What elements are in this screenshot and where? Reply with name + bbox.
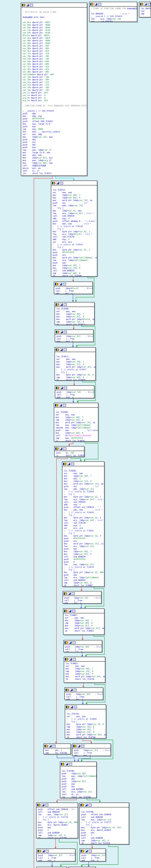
disassembly-listing[interactable]: push [ebp+var_74] ; Blockcall j__freeadd… bbox=[55, 390, 94, 398]
basic-block-loc_7C4513[interactable]: ✎≈ loc_7C4513:xor eax, eaxmov [ebp+var_6… bbox=[51, 181, 97, 277]
edit-icon[interactable]: ✎ bbox=[60, 331, 63, 333]
edit-icon[interactable]: ✎ bbox=[65, 763, 68, 766]
disassembly-listing[interactable]: push [ebp+var_5C] ; Blockcall j__freeadd… bbox=[63, 596, 101, 603]
disassembly-listing[interactable]: loc_7C479A:push offset unk_C09A50call su… bbox=[80, 807, 129, 844]
flow-icon[interactable]: ≈ bbox=[64, 386, 67, 389]
palette-icon[interactable] bbox=[64, 610, 67, 612]
disassembly-listing[interactable]: loc_7C45ED:xor eax, eaxmov [ebp+var_60],… bbox=[54, 408, 98, 442]
disassembly-listing[interactable]: loc_7C4513:xor eax, eaxmov [ebp+var_60],… bbox=[51, 185, 97, 277]
disassembly-listing[interactable]: push [ebp+var_A4] ; Blockcall j__freeadd… bbox=[64, 645, 102, 652]
node-title-bar[interactable]: ✎≈ bbox=[44, 744, 70, 748]
flow-icon[interactable]: ≈ bbox=[64, 303, 67, 306]
basic-block-loc_7C479A[interactable]: ✎≈ loc_7C479A:push offset unk_C09A50call… bbox=[80, 803, 129, 844]
edit-icon[interactable]: ✎ bbox=[68, 641, 71, 644]
palette-icon[interactable] bbox=[66, 706, 69, 708]
edit-icon[interactable]: ✎ bbox=[85, 850, 88, 852]
palette-icon[interactable] bbox=[37, 850, 41, 852]
flow-icon[interactable]: ≈ bbox=[45, 804, 48, 806]
palette-icon[interactable] bbox=[140, 3, 143, 5]
disassembly-listing[interactable]: mov edi, 2jmp loc_7C4748 bbox=[44, 748, 70, 754]
disassembly-listing[interactable]: test al, 10hjz short loc_7C4626 bbox=[55, 451, 84, 457]
disassembly-listing[interactable]: loc_7C4748:push [ebp+var_D8]lea eax, [eb… bbox=[60, 767, 96, 798]
disassembly-listing[interactable]: ; START OF FUNCTION CHUNK FOR dummy確認 lo… bbox=[90, 7, 137, 22]
disassembly-listing[interactable]: push [ebp+var_2C] ; Blockcall j__freeadd… bbox=[37, 854, 75, 861]
node-title-bar[interactable]: ✎≈ bbox=[69, 867, 95, 868]
node-title-bar[interactable]: ✎≈ bbox=[63, 591, 101, 596]
disassembly-listing[interactable]: loc_7C46B7:xor eax, eaxmov [ebp+var_48],… bbox=[63, 613, 104, 633]
palette-icon[interactable] bbox=[64, 641, 68, 644]
node-title-bar[interactable]: ✎≈ bbox=[54, 282, 92, 286]
flow-icon[interactable]: ≈ bbox=[63, 404, 66, 407]
palette-icon[interactable] bbox=[55, 283, 58, 285]
flow-icon[interactable]: ≈ bbox=[64, 348, 67, 351]
flow-icon[interactable]: ≈ bbox=[60, 182, 63, 184]
flow-icon[interactable]: ≈ bbox=[74, 706, 77, 708]
node-title-bar[interactable]: ✎≈ bbox=[139, 2, 151, 7]
basic-block-loc_7C46E2[interactable]: ✎≈loc_7C46E2:xor eax, eaxmov [ebp+var_90… bbox=[64, 657, 105, 683]
edit-icon[interactable]: ✎ bbox=[69, 689, 72, 691]
palette-icon[interactable] bbox=[56, 348, 59, 351]
node-title-bar[interactable]: ✎≈ bbox=[64, 641, 102, 645]
palette-icon[interactable] bbox=[55, 404, 58, 407]
node-title-bar[interactable]: ✎≈ bbox=[21, 3, 87, 7]
disassembly-listing[interactable]: loc_7C4590:xor eax, eaxmov [ebp+var_A8],… bbox=[55, 307, 94, 325]
palette-icon[interactable] bbox=[44, 745, 48, 747]
flow-icon[interactable]: ≈ bbox=[71, 592, 75, 595]
palette-icon[interactable] bbox=[61, 763, 64, 766]
disassembly-listing[interactable]: push [ebp+var_8C] ; Blockcall j__freeadd… bbox=[55, 334, 93, 342]
edit-icon[interactable]: ✎ bbox=[59, 283, 62, 285]
edit-icon[interactable]: ✎ bbox=[70, 706, 73, 708]
basic-block-set_edi2[interactable]: ✎≈mov edi, 2jmp loc_7C4748 bbox=[43, 744, 71, 754]
ida-graph-view[interactable]: { "app": {"view": "ida-pro-graph-view", … bbox=[0, 0, 151, 868]
basic-block-free_varA4[interactable]: ✎≈push [ebp+var_A4] ; Blockcall j__freea… bbox=[63, 640, 102, 652]
basic-block-free_var8C[interactable]: ✎≈push [ebp+var_8C] ; Blockcall j__freea… bbox=[55, 330, 93, 342]
disassembly-listing[interactable]: loc_7C4716:xor eax, eax; } // starts at … bbox=[65, 709, 106, 739]
flow-icon[interactable]: ≈ bbox=[81, 745, 84, 747]
edit-icon[interactable]: ✎ bbox=[67, 463, 70, 465]
basic-block-chunk_start[interactable]: ✎≈; START OF FUNCTION CHUNK FOR dummy確認 … bbox=[89, 2, 137, 22]
palette-icon[interactable] bbox=[81, 850, 84, 852]
flow-icon[interactable]: ≈ bbox=[73, 689, 77, 691]
palette-icon[interactable] bbox=[63, 463, 66, 465]
edit-icon[interactable]: ✎ bbox=[26, 4, 29, 6]
node-title-bar[interactable]: ✎≈ bbox=[55, 330, 93, 334]
edit-icon[interactable]: ✎ bbox=[49, 745, 52, 747]
palette-icon[interactable] bbox=[73, 745, 76, 747]
node-title-bar[interactable]: ✎≈ bbox=[63, 609, 104, 613]
node-title-bar[interactable]: ✎≈ bbox=[64, 657, 105, 661]
basic-block-loc_7C45C1[interactable]: ✎≈ loc_7C45C1:xor eax, eaxmov [ebp+var_7… bbox=[55, 347, 96, 380]
basic-block-loc_7C45ED[interactable]: ✎≈ loc_7C45ED:xor eax, eaxmov [ebp+var_6… bbox=[54, 403, 98, 442]
edit-icon[interactable]: ✎ bbox=[56, 182, 59, 184]
edit-icon[interactable]: ✎ bbox=[41, 850, 44, 852]
node-title-bar[interactable]: ✎≈ bbox=[55, 347, 95, 352]
edit-icon[interactable]: ✎ bbox=[60, 303, 63, 306]
flow-icon[interactable]: ≈ bbox=[72, 641, 76, 644]
edit-icon[interactable]: ✎ bbox=[85, 804, 88, 806]
flow-icon[interactable]: ≈ bbox=[63, 447, 66, 450]
node-title-bar[interactable]: ✎≈ bbox=[54, 403, 98, 408]
edit-icon[interactable]: ✎ bbox=[68, 610, 71, 612]
basic-block-free_varD4[interactable]: ✎≈push [ebp+var_D4] ; Blockcall j__freea… bbox=[64, 687, 103, 700]
edit-icon[interactable]: ✎ bbox=[94, 3, 97, 5]
disassembly-listing[interactable]: loc_7C45C1:xor eax, eaxmov [ebp+var_78],… bbox=[55, 352, 95, 380]
edit-icon[interactable]: ✎ bbox=[68, 592, 71, 595]
disassembly-listing[interactable]: ; Attributes: bp-based frame dummy確認 pro… bbox=[21, 7, 87, 176]
edit-icon[interactable]: ✎ bbox=[69, 658, 72, 660]
node-title-bar[interactable]: ✎≈ bbox=[65, 688, 103, 692]
node-title-bar[interactable]: ✎≈ bbox=[37, 849, 75, 854]
palette-icon[interactable] bbox=[64, 592, 67, 595]
basic-block-loc_7C4748[interactable]: ✎≈ loc_7C4748:push [ebp+var_D8]lea eax, … bbox=[60, 762, 97, 798]
basic-block-loc_7C4590[interactable]: ✎≈loc_7C4590:xor eax, eaxmov [ebp+var_A8… bbox=[55, 302, 94, 325]
node-title-bar[interactable]: ✎≈ bbox=[62, 462, 104, 466]
basic-block-chunk_b46568[interactable]: ✎≈loc_B46568:lea ecx, [ebp+var_74]jmp su… bbox=[139, 2, 151, 18]
palette-icon[interactable] bbox=[56, 331, 59, 333]
disassembly-listing[interactable]: push [ebp+var_2C] ; Blockcall j__freeadd… bbox=[72, 748, 111, 756]
disassembly-listing[interactable]: push [ebp+var_D4] ; Blockcall j__freeadd… bbox=[65, 692, 103, 700]
node-title-bar[interactable]: ✎≈ bbox=[55, 386, 94, 390]
edit-icon[interactable]: ✎ bbox=[59, 447, 62, 450]
node-title-bar[interactable]: ✎≈ bbox=[51, 181, 97, 185]
palette-icon[interactable] bbox=[56, 386, 59, 389]
basic-block-branch_false[interactable]: ✎≈push offset unk_C09A28 ; Srccall sub_6… bbox=[36, 803, 78, 838]
node-title-bar[interactable]: ✎≈ bbox=[60, 762, 96, 767]
flow-icon[interactable]: ≈ bbox=[72, 610, 75, 612]
